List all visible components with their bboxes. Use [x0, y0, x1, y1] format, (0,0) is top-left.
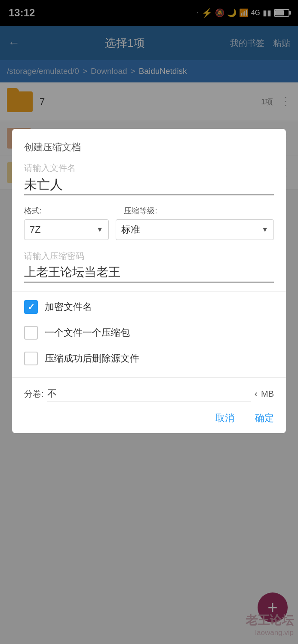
password-input[interactable]: [24, 264, 274, 283]
volume-row: 分卷: ‹ MB: [24, 386, 274, 401]
checkmark-icon: ✓: [28, 302, 35, 312]
one-file-per-archive-label: 一个文件一个压缩包: [45, 326, 130, 339]
encrypt-filename-row[interactable]: ✓ 加密文件名: [24, 300, 274, 314]
level-value: 标准: [121, 223, 258, 236]
level-dropdown[interactable]: 标准 ▼: [116, 219, 274, 240]
one-file-per-archive-checkbox[interactable]: [24, 326, 38, 340]
volume-label: 分卷:: [24, 388, 44, 400]
level-label: 压缩等级:: [124, 206, 274, 216]
format-label: 格式:: [24, 206, 124, 216]
volume-unit: MB: [261, 389, 274, 399]
divider: [12, 291, 286, 292]
dialog-title: 创建压缩文档: [24, 141, 274, 154]
delete-after-compress-row[interactable]: 压缩成功后删除源文件: [24, 352, 274, 365]
format-value: 7Z: [30, 224, 93, 235]
encrypt-filename-checkbox[interactable]: ✓: [24, 300, 38, 314]
volume-arrow-left-icon[interactable]: ‹: [255, 389, 258, 400]
divider2: [12, 377, 286, 378]
level-dropdown-arrow: ▼: [261, 226, 268, 234]
volume-input[interactable]: [47, 386, 251, 401]
format-dropdown[interactable]: 7Z ▼: [24, 219, 109, 240]
dropdowns-row: 7Z ▼ 标准 ▼: [24, 219, 274, 240]
one-file-per-archive-row[interactable]: 一个文件一个压缩包: [24, 326, 274, 340]
password-placeholder: 请输入压缩密码: [24, 250, 274, 262]
dialog-buttons: 取消 确定: [24, 405, 274, 425]
delete-after-compress-checkbox[interactable]: [24, 352, 38, 365]
filename-placeholder: 请输入文件名: [24, 162, 274, 174]
confirm-button[interactable]: 确定: [255, 412, 274, 425]
format-level-labels: 格式: 压缩等级:: [24, 206, 274, 216]
filename-input[interactable]: [24, 176, 274, 195]
create-archive-dialog: 创建压缩文档 请输入文件名 格式: 压缩等级: 7Z ▼ 标准 ▼ 请输入压缩密…: [12, 129, 286, 433]
delete-after-compress-label: 压缩成功后删除源文件: [45, 352, 139, 365]
cancel-button[interactable]: 取消: [215, 412, 234, 425]
encrypt-filename-label: 加密文件名: [45, 301, 92, 313]
format-dropdown-arrow: ▼: [96, 226, 103, 234]
